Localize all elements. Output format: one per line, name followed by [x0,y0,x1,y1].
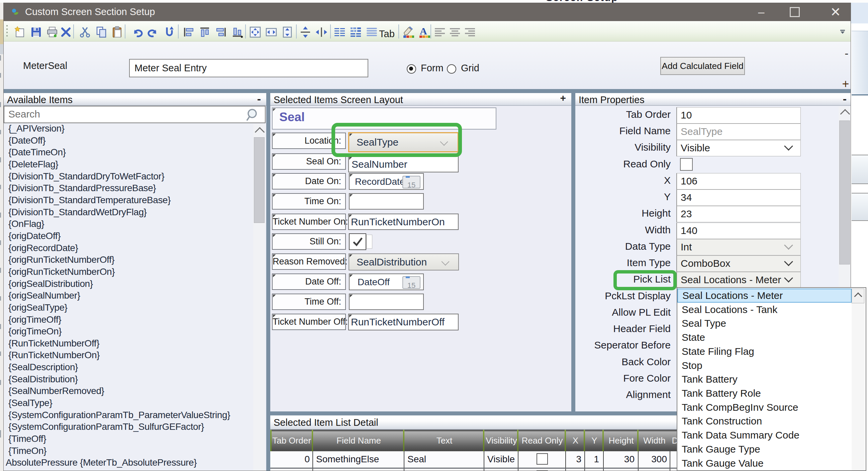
svg-text:A: A [420,25,427,36]
